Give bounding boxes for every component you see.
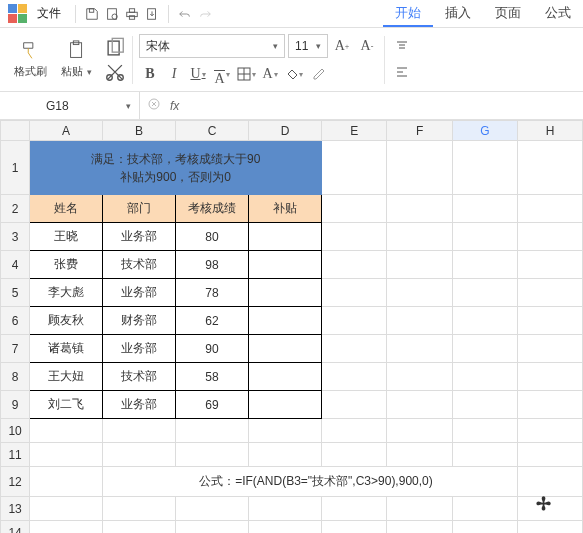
bold-button[interactable]: B xyxy=(139,63,161,85)
redo-icon[interactable] xyxy=(197,6,213,22)
cell[interactable] xyxy=(452,307,517,335)
border-button[interactable] xyxy=(235,63,257,85)
fill-color-button[interactable] xyxy=(283,63,305,85)
cell[interactable] xyxy=(518,141,583,195)
tab-page[interactable]: 页面 xyxy=(483,0,533,27)
data-subsidy[interactable] xyxy=(249,251,322,279)
data-score[interactable]: 69 xyxy=(175,391,248,419)
data-subsidy[interactable] xyxy=(249,335,322,363)
row-header-7[interactable]: 7 xyxy=(1,335,30,363)
font-name-select[interactable]: 宋体 ▾ xyxy=(139,34,285,58)
col-header-A[interactable]: A xyxy=(30,121,103,141)
cell[interactable] xyxy=(102,443,175,467)
cell[interactable] xyxy=(322,223,387,251)
cell[interactable] xyxy=(452,335,517,363)
decrease-font-icon[interactable]: A- xyxy=(356,35,378,57)
data-dept[interactable]: 业务部 xyxy=(102,279,175,307)
cell[interactable] xyxy=(175,521,248,534)
cell[interactable] xyxy=(387,223,452,251)
data-name[interactable]: 诸葛镇 xyxy=(30,335,103,363)
row-header-6[interactable]: 6 xyxy=(1,307,30,335)
data-subsidy[interactable] xyxy=(249,307,322,335)
col-header-C[interactable]: C xyxy=(175,121,248,141)
row-header-1[interactable]: 1 xyxy=(1,141,30,195)
data-score[interactable]: 98 xyxy=(175,251,248,279)
data-dept[interactable]: 业务部 xyxy=(102,391,175,419)
clear-format-button[interactable] xyxy=(307,63,329,85)
cell[interactable] xyxy=(322,497,387,521)
tab-formula[interactable]: 公式 xyxy=(533,0,583,27)
cell[interactable] xyxy=(387,195,452,223)
cell[interactable] xyxy=(518,467,583,497)
cell[interactable] xyxy=(322,419,387,443)
tab-insert[interactable]: 插入 xyxy=(433,0,483,27)
cell[interactable] xyxy=(387,141,452,195)
cell[interactable] xyxy=(387,419,452,443)
cut-icon[interactable] xyxy=(104,61,126,83)
cell[interactable] xyxy=(452,223,517,251)
data-subsidy[interactable] xyxy=(249,223,322,251)
cell[interactable] xyxy=(387,443,452,467)
cell[interactable] xyxy=(175,497,248,521)
cell[interactable] xyxy=(518,223,583,251)
app-grid-icon[interactable] xyxy=(8,4,27,23)
cell[interactable] xyxy=(322,279,387,307)
increase-font-icon[interactable]: A+ xyxy=(331,35,353,57)
cell[interactable] xyxy=(518,335,583,363)
export-icon[interactable] xyxy=(144,6,160,22)
formula-display[interactable]: 公式：=IF(AND(B3="技术部",C3>90),900,0) xyxy=(102,467,517,497)
cell[interactable] xyxy=(387,251,452,279)
cell[interactable] xyxy=(387,521,452,534)
data-dept[interactable]: 财务部 xyxy=(102,307,175,335)
cell[interactable] xyxy=(249,521,322,534)
align-top-icon[interactable] xyxy=(391,36,413,58)
cell[interactable] xyxy=(322,141,387,195)
cell[interactable] xyxy=(322,307,387,335)
data-name[interactable]: 王晓 xyxy=(30,223,103,251)
header-score[interactable]: 考核成绩 xyxy=(175,195,248,223)
cell[interactable] xyxy=(102,419,175,443)
cell[interactable] xyxy=(322,363,387,391)
print-icon[interactable] xyxy=(124,6,140,22)
format-painter-button[interactable]: 格式刷 xyxy=(8,38,53,81)
cell[interactable] xyxy=(452,195,517,223)
row-header-10[interactable]: 10 xyxy=(1,419,30,443)
row-header-5[interactable]: 5 xyxy=(1,279,30,307)
cell[interactable] xyxy=(518,195,583,223)
data-name[interactable]: 顾友秋 xyxy=(30,307,103,335)
cell[interactable] xyxy=(518,251,583,279)
cell[interactable] xyxy=(322,335,387,363)
cell[interactable] xyxy=(322,195,387,223)
row-header-3[interactable]: 3 xyxy=(1,223,30,251)
data-dept[interactable]: 技术部 xyxy=(102,251,175,279)
save-icon[interactable] xyxy=(84,6,100,22)
cell[interactable] xyxy=(452,521,517,534)
cell[interactable] xyxy=(452,443,517,467)
cell[interactable] xyxy=(102,521,175,534)
cell[interactable] xyxy=(387,279,452,307)
strike-button[interactable]: A xyxy=(211,63,233,85)
cell[interactable] xyxy=(102,497,175,521)
cell[interactable] xyxy=(518,497,583,521)
font-color-button[interactable]: A xyxy=(259,63,281,85)
data-name[interactable]: 刘二飞 xyxy=(30,391,103,419)
data-score[interactable]: 80 xyxy=(175,223,248,251)
copy-icon[interactable] xyxy=(104,37,126,59)
cell[interactable] xyxy=(518,419,583,443)
data-subsidy[interactable] xyxy=(249,279,322,307)
fx-icon[interactable]: fx xyxy=(170,99,179,113)
cell[interactable] xyxy=(452,419,517,443)
data-subsidy[interactable] xyxy=(249,391,322,419)
cell[interactable] xyxy=(452,363,517,391)
preview-icon[interactable] xyxy=(104,6,120,22)
cell[interactable] xyxy=(30,497,103,521)
cell[interactable] xyxy=(387,335,452,363)
row-header-2[interactable]: 2 xyxy=(1,195,30,223)
name-box[interactable]: G18 ▾ xyxy=(0,92,140,119)
cell[interactable] xyxy=(452,141,517,195)
cell[interactable] xyxy=(30,521,103,534)
spreadsheet-grid[interactable]: ABCDEFGH 1满足：技术部，考核成绩大于90补贴为900，否则为02姓名部… xyxy=(0,120,583,533)
data-dept[interactable]: 业务部 xyxy=(102,223,175,251)
data-score[interactable]: 58 xyxy=(175,363,248,391)
cell[interactable] xyxy=(175,443,248,467)
